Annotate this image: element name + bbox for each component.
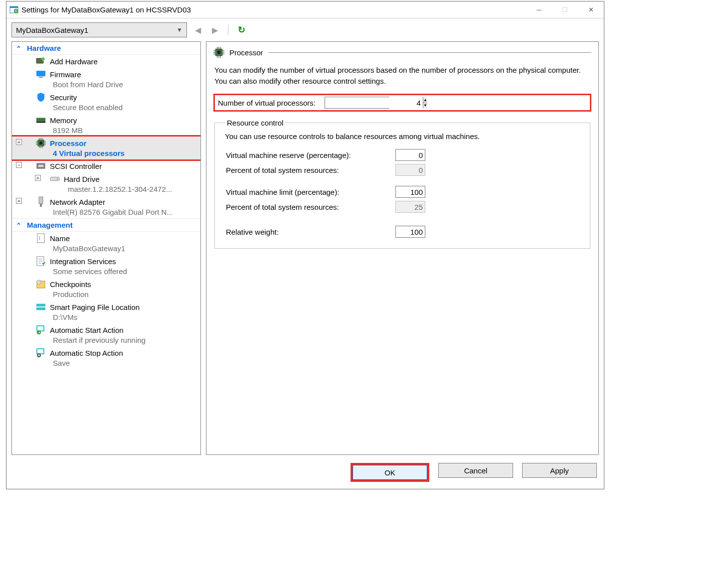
heading-rule bbox=[268, 52, 591, 53]
tree-label: Integration Services bbox=[50, 257, 116, 266]
limit-row: Virtual machine limit (percentage): bbox=[225, 184, 582, 199]
group-description: You can use resource controls to balance… bbox=[225, 132, 582, 141]
tree-harddrive[interactable]: + Hard Drive master.1.2.18252.1-304-2472… bbox=[12, 172, 200, 195]
tree-label: Checkpoints bbox=[50, 280, 91, 289]
spin-down-icon[interactable]: ▼ bbox=[423, 103, 427, 109]
collapse-icon[interactable]: − bbox=[16, 162, 22, 168]
expand-icon[interactable]: + bbox=[35, 175, 41, 181]
vm-selector[interactable]: MyDataBoxGateway1 ▼ bbox=[11, 22, 187, 37]
svg-point-2 bbox=[14, 9, 18, 13]
tree-nic[interactable]: + Network Adapter Intel(R) 82576 Gigabit… bbox=[12, 195, 200, 218]
autostop-icon bbox=[36, 348, 46, 358]
titlebar: Settings for MyDataBoxGateway1 on HCSSRV… bbox=[6, 1, 604, 18]
svg-rect-29 bbox=[40, 204, 42, 207]
svg-rect-8 bbox=[36, 118, 45, 121]
refresh-button[interactable]: ↻ bbox=[235, 24, 247, 36]
section-label: Hardware bbox=[27, 44, 61, 52]
tree-sub: Some services offered bbox=[15, 267, 197, 277]
svg-rect-7 bbox=[39, 77, 43, 78]
tree-label: Security bbox=[50, 93, 77, 102]
spin-up-icon[interactable]: ▲ bbox=[423, 97, 427, 103]
tree-label: Processor bbox=[50, 139, 86, 147]
expand-icon[interactable]: + bbox=[16, 139, 22, 145]
tree-label: Firmware bbox=[50, 70, 81, 79]
limit-pct-label: Percent of total system resources: bbox=[226, 203, 390, 211]
reserve-row: Virtual machine reserve (percentage): bbox=[225, 147, 582, 162]
tree-integration[interactable]: Integration Services Some services offer… bbox=[12, 255, 200, 278]
svg-rect-9 bbox=[36, 122, 45, 123]
tree-sub: master.1.2.18252.1-304-2472... bbox=[15, 184, 197, 194]
tree-autostart[interactable]: Automatic Start Action Restart if previo… bbox=[12, 323, 200, 346]
dialog-buttons: OK Cancel Apply bbox=[6, 458, 604, 489]
tree-scsi[interactable]: − SCSI Controller bbox=[12, 159, 200, 172]
reserve-pct-value bbox=[395, 164, 425, 176]
limit-pct-value bbox=[395, 201, 425, 213]
name-icon: I bbox=[36, 233, 46, 243]
tree-name[interactable]: IName MyDataBoxGateway1 bbox=[12, 232, 200, 255]
svg-rect-41 bbox=[38, 355, 40, 356]
weight-input[interactable] bbox=[395, 226, 425, 238]
tree-label: Smart Paging File Location bbox=[50, 303, 140, 311]
tree-sub: Boot from Hard Drive bbox=[15, 80, 197, 90]
limit-pct-row: Percent of total system resources: bbox=[225, 199, 582, 214]
svg-rect-35 bbox=[36, 304, 45, 306]
back-button[interactable]: ◀ bbox=[192, 24, 204, 36]
collapse-icon: ⌃ bbox=[16, 45, 21, 52]
memory-icon bbox=[36, 115, 46, 125]
management-section[interactable]: ⌃ Management bbox=[12, 218, 200, 232]
tree-label: Network Adapter bbox=[50, 198, 105, 206]
tree-autostop[interactable]: Automatic Stop Action Save bbox=[12, 346, 200, 369]
monitor-icon bbox=[36, 69, 46, 79]
weight-label: Relative weight: bbox=[226, 228, 390, 236]
svg-rect-36 bbox=[36, 307, 45, 310]
tree-add-hardware[interactable]: Add Hardware bbox=[12, 55, 200, 68]
limit-input[interactable] bbox=[395, 186, 425, 198]
tree-sub: MyDataBoxGateway1 bbox=[15, 244, 197, 254]
weight-row: Relative weight: bbox=[225, 224, 582, 239]
ok-button[interactable]: OK bbox=[353, 465, 427, 480]
hardware-section[interactable]: ⌃ Hardware bbox=[12, 42, 200, 55]
tree-checkpoints[interactable]: Checkpoints Production bbox=[12, 278, 200, 300]
separator bbox=[228, 24, 228, 35]
tree-label: Add Hardware bbox=[50, 57, 98, 66]
svg-rect-1 bbox=[10, 6, 18, 8]
tree-sub: Production bbox=[15, 290, 197, 299]
chevron-down-icon: ▼ bbox=[177, 26, 182, 33]
scsi-icon bbox=[36, 161, 46, 171]
tree-memory[interactable]: Memory 8192 MB bbox=[12, 114, 200, 137]
window-title: Settings for MyDataBoxGateway1 on HCSSRV… bbox=[21, 5, 526, 14]
cancel-button[interactable]: Cancel bbox=[438, 463, 513, 478]
section-label: Management bbox=[27, 221, 73, 229]
tree-label: Memory bbox=[50, 116, 77, 125]
panel-title: Processor bbox=[229, 48, 263, 57]
forward-button[interactable]: ▶ bbox=[209, 24, 221, 36]
tree-sub: D:\VMs bbox=[15, 312, 197, 322]
tree-sub: 4 Virtual processors bbox=[15, 148, 197, 158]
tree-sub: Intel(R) 82576 Gigabit Dual Port N... bbox=[15, 207, 197, 217]
expand-icon[interactable]: + bbox=[16, 198, 22, 204]
tree-security[interactable]: Security Secure Boot enabled bbox=[12, 91, 200, 114]
tree-label: Name bbox=[50, 234, 70, 243]
apply-button[interactable]: Apply bbox=[522, 463, 597, 478]
reserve-input[interactable] bbox=[395, 149, 425, 161]
resource-control-group: Resource control You can use resource co… bbox=[214, 119, 590, 249]
processor-icon bbox=[36, 138, 46, 148]
num-processors-field[interactable] bbox=[325, 97, 423, 108]
autostart-icon bbox=[36, 325, 46, 335]
tree-label: Automatic Start Action bbox=[50, 326, 124, 334]
svg-rect-43 bbox=[217, 51, 221, 54]
tree-label: Hard Drive bbox=[64, 175, 100, 183]
window-controls: ─ ☐ ✕ bbox=[526, 2, 604, 18]
num-processors-input[interactable]: ▲ ▼ bbox=[325, 97, 389, 109]
svg-rect-5 bbox=[41, 58, 45, 60]
group-legend: Resource control bbox=[225, 119, 285, 127]
panel-header: Processor bbox=[213, 47, 591, 58]
tree-firmware[interactable]: Firmware Boot from Hard Drive bbox=[12, 68, 200, 91]
body: ⌃ Hardware Add Hardware Firmware bbox=[6, 41, 604, 458]
svg-rect-37 bbox=[37, 326, 44, 331]
tree-paging[interactable]: Smart Paging File Location D:\VMs bbox=[12, 300, 200, 323]
close-button[interactable]: ✕ bbox=[578, 2, 604, 18]
harddrive-icon bbox=[50, 174, 60, 184]
minimize-button[interactable]: ─ bbox=[526, 2, 552, 18]
tree-processor[interactable]: + Processor 4 Virtual processors bbox=[12, 137, 200, 159]
